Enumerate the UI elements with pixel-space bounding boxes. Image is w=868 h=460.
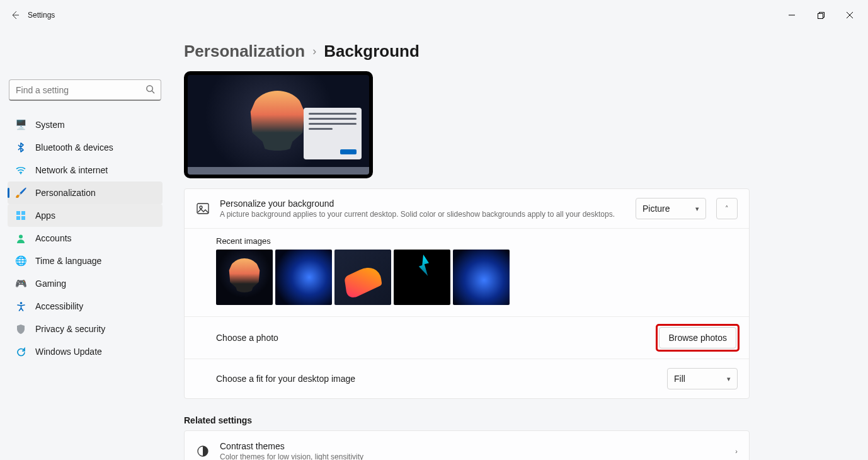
svg-point-1 [147, 86, 152, 91]
recent-images-heading: Recent images [216, 236, 738, 246]
sidebar-item-system[interactable]: 🖥️ System [8, 113, 163, 136]
minimize-button[interactable] [777, 5, 806, 25]
browse-photos-button[interactable]: Browse photos [659, 327, 736, 348]
personalize-background-row[interactable]: Personalize your background A picture ba… [185, 189, 749, 229]
contrast-title: Contrast themes [220, 441, 725, 451]
maximize-button[interactable] [806, 5, 835, 25]
recent-image-thumb[interactable] [275, 250, 332, 305]
svg-rect-3 [16, 211, 20, 215]
choose-photo-label: Choose a photo [216, 333, 658, 343]
globe-clock-icon: 🌐 [15, 255, 26, 267]
chevron-down-icon: ▾ [695, 205, 699, 213]
shield-icon [15, 323, 26, 335]
background-settings-card: Personalize your background A picture ba… [184, 188, 750, 399]
sidebar-item-bluetooth[interactable]: Bluetooth & devices [8, 136, 163, 159]
window-controls [777, 5, 864, 25]
arrow-left-icon [10, 10, 20, 20]
search-input[interactable] [9, 79, 161, 101]
chevron-right-icon: › [312, 45, 316, 58]
choose-photo-row: Choose a photo Browse photos [185, 317, 749, 359]
sidebar-item-label: System [35, 120, 65, 130]
recent-image-thumb[interactable] [394, 250, 450, 305]
sidebar-item-label: Windows Update [35, 347, 102, 357]
sidebar-item-label: Apps [35, 210, 55, 221]
browse-photos-label: Browse photos [668, 333, 727, 343]
system-icon: 🖥️ [15, 119, 26, 130]
sidebar-item-update[interactable]: Windows Update [8, 340, 163, 363]
related-settings-heading: Related settings [184, 415, 850, 425]
paintbrush-icon: 🖌️ [15, 187, 26, 198]
recent-images-section: Recent images [185, 229, 749, 317]
svg-point-2 [20, 173, 21, 175]
recent-image-thumb[interactable] [453, 250, 510, 305]
sidebar-item-label: Network & internet [35, 165, 108, 175]
sidebar-item-label: Time & language [35, 256, 101, 266]
chevron-right-icon: › [735, 447, 738, 455]
chevron-down-icon: ▾ [727, 375, 731, 383]
personalize-title: Personalize your background [220, 198, 625, 209]
svg-point-8 [20, 302, 22, 304]
sidebar-item-label: Bluetooth & devices [35, 142, 113, 152]
svg-rect-9 [197, 204, 208, 214]
background-type-dropdown[interactable]: Picture ▾ [636, 198, 706, 219]
accessibility-icon [15, 301, 26, 312]
sidebar-item-apps[interactable]: Apps [8, 204, 163, 227]
svg-rect-6 [21, 216, 25, 220]
personalize-subtitle: A picture background applies to your cur… [220, 210, 625, 219]
minimize-icon [789, 12, 795, 18]
breadcrumb: Personalization › Background [184, 42, 850, 61]
content-area: Personalization › Background Personalize… [170, 30, 868, 460]
apps-icon [15, 210, 26, 221]
desktop-preview [184, 71, 373, 178]
close-icon [847, 12, 853, 18]
sidebar-item-personalization[interactable]: 🖌️ Personalization [8, 181, 163, 204]
sidebar-item-privacy[interactable]: Privacy & security [8, 318, 163, 340]
collapse-button[interactable]: ˄ [716, 198, 738, 219]
titlebar: Settings [0, 0, 868, 30]
nav-list: 🖥️ System Bluetooth & devices Network & … [5, 113, 165, 363]
fit-dropdown[interactable]: Fill ▾ [667, 368, 738, 389]
window-title: Settings [28, 11, 55, 20]
sidebar: 🖥️ System Bluetooth & devices Network & … [0, 30, 170, 460]
dropdown-value: Fill [674, 374, 685, 384]
dropdown-value: Picture [642, 204, 670, 214]
search-icon [146, 84, 155, 96]
maximize-icon [818, 12, 825, 19]
sidebar-item-gaming[interactable]: 🎮 Gaming [8, 272, 163, 295]
choose-fit-label: Choose a fit for your desktop image [216, 374, 667, 384]
preview-taskbar [188, 167, 369, 175]
recent-image-thumb[interactable] [216, 250, 273, 305]
choose-fit-row: Choose a fit for your desktop image Fill… [185, 359, 749, 398]
contrast-themes-link[interactable]: Contrast themes Color themes for low vis… [185, 431, 749, 460]
gamepad-icon: 🎮 [15, 278, 26, 289]
close-button[interactable] [835, 5, 864, 25]
sidebar-item-label: Accounts [35, 233, 72, 243]
svg-rect-4 [21, 211, 25, 215]
recent-image-thumb[interactable] [334, 250, 391, 305]
bluetooth-icon [15, 142, 26, 153]
chevron-up-icon: ˄ [725, 205, 729, 213]
back-button[interactable] [4, 4, 26, 26]
svg-point-10 [200, 206, 202, 209]
sidebar-item-label: Personalization [35, 188, 96, 198]
update-icon [15, 346, 26, 357]
preview-sample-window [304, 108, 362, 159]
sidebar-item-label: Privacy & security [35, 324, 105, 334]
breadcrumb-current: Background [324, 42, 420, 61]
sidebar-item-network[interactable]: Network & internet [8, 159, 163, 181]
person-icon [15, 233, 26, 244]
browse-photos-highlight: Browse photos [658, 326, 738, 350]
related-settings-card: Contrast themes Color themes for low vis… [184, 430, 750, 460]
wifi-icon [15, 164, 26, 176]
breadcrumb-parent[interactable]: Personalization [184, 42, 305, 61]
recent-images-list [216, 250, 738, 305]
contrast-subtitle: Color themes for low vision, light sensi… [220, 452, 725, 460]
sidebar-item-label: Gaming [35, 279, 66, 289]
sidebar-item-time[interactable]: 🌐 Time & language [8, 250, 163, 272]
contrast-icon [196, 445, 210, 457]
picture-icon [196, 202, 210, 215]
sidebar-item-label: Accessibility [35, 301, 83, 311]
sidebar-item-accessibility[interactable]: Accessibility [8, 295, 163, 318]
svg-point-7 [19, 234, 23, 238]
sidebar-item-accounts[interactable]: Accounts [8, 227, 163, 250]
